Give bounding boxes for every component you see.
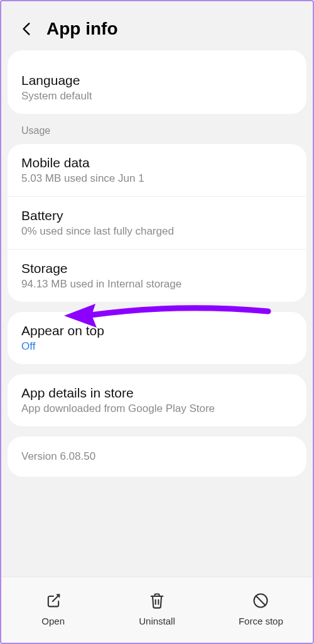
trash-icon	[148, 592, 166, 609]
row-title: Appear on top	[21, 323, 293, 338]
row-storage[interactable]: Storage 94.13 MB used in Internal storag…	[8, 250, 306, 302]
back-icon[interactable]	[19, 21, 35, 37]
open-button[interactable]: Open	[1, 588, 105, 630]
action-label: Force stop	[239, 616, 283, 626]
row-title: Battery	[21, 208, 293, 223]
row-sub: System default	[21, 90, 293, 103]
action-label: Open	[41, 616, 65, 626]
row-language[interactable]: Language System default	[8, 62, 306, 114]
bottom-action-bar: Open Uninstall Force stop	[1, 577, 313, 643]
row-sub: App downloaded from Google Play Store	[21, 402, 293, 415]
section-label-usage: Usage	[8, 124, 306, 144]
row-title: Storage	[21, 261, 293, 276]
card-language-section: . Language System default	[8, 50, 306, 114]
previous-row-cutoff: .	[8, 50, 306, 62]
row-sub: 94.13 MB used in Internal storage	[21, 278, 293, 291]
card-app-details-section: App details in store App downloaded from…	[8, 374, 306, 426]
row-title: Language	[21, 73, 293, 88]
uninstall-button[interactable]: Uninstall	[105, 588, 208, 630]
row-sub: 5.03 MB used since Jun 1	[21, 172, 293, 185]
row-app-details-in-store[interactable]: App details in store App downloaded from…	[8, 374, 306, 426]
card-version-section: Version 6.08.50	[8, 436, 306, 477]
row-mobile-data[interactable]: Mobile data 5.03 MB used since Jun 1	[8, 144, 306, 197]
header: App info	[8, 8, 306, 50]
action-label: Uninstall	[139, 616, 175, 626]
row-version: Version 6.08.50	[8, 436, 306, 477]
prohibited-icon	[252, 592, 269, 609]
svg-line-1	[256, 596, 266, 605]
row-title: Mobile data	[21, 155, 293, 170]
page-title: App info	[46, 19, 118, 39]
row-title: App details in store	[21, 386, 293, 401]
card-usage-section: Mobile data 5.03 MB used since Jun 1 Bat…	[8, 144, 306, 302]
row-sub: 0% used since last fully charged	[21, 225, 293, 238]
row-status: Off	[21, 340, 293, 353]
card-appear-on-top-section: Appear on top Off	[8, 312, 306, 364]
force-stop-button[interactable]: Force stop	[209, 588, 313, 630]
row-battery[interactable]: Battery 0% used since last fully charged	[8, 197, 306, 250]
row-appear-on-top[interactable]: Appear on top Off	[8, 312, 306, 364]
open-external-icon	[45, 592, 62, 609]
